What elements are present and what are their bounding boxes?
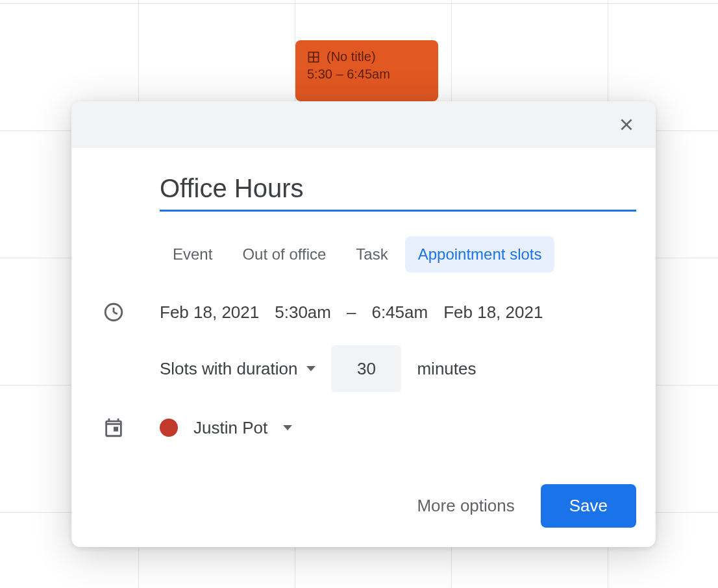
more-options-button[interactable]: More options bbox=[406, 487, 525, 525]
duration-unit: minutes bbox=[417, 359, 476, 379]
owner-name: Justin Pot bbox=[193, 418, 267, 438]
svg-line-7 bbox=[114, 312, 118, 314]
tab-appointment-slots[interactable]: Appointment slots bbox=[405, 236, 555, 273]
calendar-color-dot bbox=[160, 419, 178, 437]
end-date[interactable]: Feb 18, 2021 bbox=[443, 302, 543, 323]
create-event-modal: Event Out of office Task Appointment slo… bbox=[71, 101, 656, 547]
start-time[interactable]: 5:30am bbox=[275, 302, 331, 323]
modal-header bbox=[71, 101, 656, 148]
save-button[interactable]: Save bbox=[541, 484, 636, 528]
duration-type-select[interactable]: Slots with duration bbox=[160, 359, 316, 379]
calendar-owner-select[interactable]: Justin Pot bbox=[160, 418, 292, 438]
duration-row: Slots with duration minutes bbox=[160, 345, 636, 392]
clock-icon bbox=[91, 301, 160, 323]
event-title-input[interactable] bbox=[160, 174, 636, 212]
appointment-grid-icon bbox=[307, 51, 320, 64]
duration-input[interactable] bbox=[331, 345, 401, 392]
event-type-tabs: Event Out of office Task Appointment slo… bbox=[160, 236, 636, 273]
start-date[interactable]: Feb 18, 2021 bbox=[160, 302, 259, 323]
chevron-down-icon bbox=[306, 366, 316, 371]
tab-task[interactable]: Task bbox=[343, 236, 401, 273]
modal-footer: More options Save bbox=[91, 484, 636, 528]
close-icon bbox=[618, 116, 635, 133]
calendar-owner-row: Justin Pot bbox=[91, 417, 636, 439]
close-button[interactable] bbox=[613, 111, 640, 138]
chevron-down-icon bbox=[283, 425, 292, 430]
duration-label: Slots with duration bbox=[160, 359, 297, 379]
end-time[interactable]: 6:45am bbox=[371, 302, 428, 323]
time-separator: – bbox=[347, 302, 356, 323]
event-title: (No title) bbox=[327, 49, 376, 64]
datetime-row: Feb 18, 2021 5:30am – 6:45am Feb 18, 202… bbox=[91, 301, 636, 323]
event-block[interactable]: (No title) 5:30 – 6:45am bbox=[295, 40, 438, 101]
tab-event[interactable]: Event bbox=[160, 236, 225, 273]
tab-out-of-office[interactable]: Out of office bbox=[229, 236, 339, 273]
event-time-range: 5:30 – 6:45am bbox=[307, 67, 427, 82]
calendar-icon bbox=[91, 417, 160, 439]
